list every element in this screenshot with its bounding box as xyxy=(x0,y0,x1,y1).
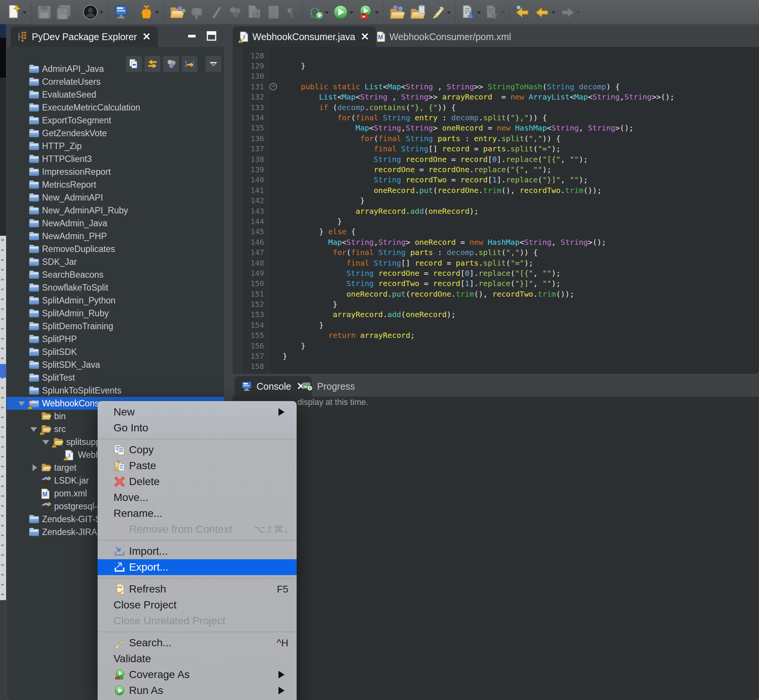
code-line-151: 151 oneRecord.put(recordOne.trim(), reco… xyxy=(233,289,759,299)
menu-item-go-into[interactable]: Go Into xyxy=(98,420,297,436)
tree-item-searchbeacons[interactable]: SearchBeacons xyxy=(7,268,224,281)
menu-item-run-as[interactable]: Run As xyxy=(98,683,297,698)
folder-clipboard-button[interactable] xyxy=(408,3,428,21)
collapse-arrow-icon[interactable] xyxy=(30,427,37,435)
menu-item-paste[interactable]: Paste xyxy=(98,458,297,474)
menu-item-new[interactable]: New xyxy=(98,404,297,420)
cut-tool-button[interactable] xyxy=(206,3,225,21)
menu-item-export[interactable]: Export... xyxy=(98,559,297,575)
tree-item-newadmin-java[interactable]: NewAdmin_Java xyxy=(7,217,224,230)
pilcrow-button[interactable]: ¶ xyxy=(283,3,300,21)
tree-item-httpclient3[interactable]: HTTPClient3 xyxy=(7,153,224,166)
tree-item-removeduplicates[interactable]: RemoveDuplicates xyxy=(7,242,224,255)
marker-pen-button[interactable] xyxy=(428,3,453,21)
screen-capture-button[interactable]: C xyxy=(188,3,206,21)
dropdown-arrow-icon[interactable] xyxy=(576,11,580,16)
save-to-doc-button[interactable] xyxy=(459,3,483,21)
menu-item-import[interactable]: Import... xyxy=(98,543,297,559)
collapse-arrow-icon[interactable] xyxy=(18,402,25,409)
close-icon[interactable]: ✕ xyxy=(361,31,369,43)
load-from-doc-button[interactable] xyxy=(483,3,507,21)
tree-item-splittest[interactable]: SplitTest xyxy=(7,371,224,384)
menu-item-close-unrelated-project[interactable]: Close Unrelated Project xyxy=(98,613,297,629)
tree-item-new-adminapi[interactable]: New_AdminAPI xyxy=(7,191,224,204)
dropdown-arrow-icon[interactable] xyxy=(325,11,329,16)
tree-item-metricsreport[interactable]: MetricsReport xyxy=(7,178,224,191)
tree-item-splitsdk[interactable]: SplitSDK xyxy=(7,345,224,358)
dropdown-arrow-icon[interactable] xyxy=(501,11,505,16)
editor-tab-webhookconsumer-pom-xml[interactable]: MWebhookConsumer/pom.xml xyxy=(370,27,518,47)
console-tab-progress[interactable]: Progress xyxy=(295,376,362,397)
tab-pydev-package-explorer[interactable]: PyDev Package Explorer ✕ xyxy=(11,27,158,47)
close-icon[interactable]: ✕ xyxy=(142,31,151,43)
code-area[interactable]: 128129 }130131− public static List<Map<S… xyxy=(233,47,759,374)
menu-item-remove-from-context[interactable]: Remove from Context⌥⇧⌘↓ xyxy=(98,522,297,537)
tree-item-evaluateseed[interactable]: EvaluateSeed xyxy=(7,88,224,101)
forward-button[interactable] xyxy=(558,3,582,21)
code-text: oneRecord.put(recordOne.trim(), recordTw… xyxy=(283,186,601,195)
tree-item-splitdemotraining[interactable]: SplitDemoTraining xyxy=(7,320,224,333)
tree-item-exporttosegment[interactable]: ExportToSegment xyxy=(7,114,224,127)
report-doc-button[interactable] xyxy=(264,3,283,21)
plugins-icon xyxy=(227,4,242,20)
menu-item-copy[interactable]: Copy xyxy=(98,442,297,458)
menu-item-close-project[interactable]: Close Project xyxy=(98,597,297,613)
editor-tab-webhookconsumer-java[interactable]: JWebhookConsumer.java✕ xyxy=(233,27,376,47)
minimize-button[interactable] xyxy=(186,30,198,42)
save-button[interactable] xyxy=(35,3,54,21)
menu-item-validate[interactable]: Validate xyxy=(98,651,297,667)
toolbar-separator xyxy=(382,4,386,20)
menu-item-search[interactable]: Search...^H xyxy=(98,635,297,651)
dropdown-arrow-icon[interactable] xyxy=(477,11,481,16)
dropdown-arrow-icon[interactable] xyxy=(552,11,556,16)
dropdown-arrow-icon[interactable] xyxy=(100,11,103,16)
dropdown-arrow-icon[interactable] xyxy=(375,11,379,16)
svg-text:M: M xyxy=(378,34,383,41)
tree-item-adminapi-java[interactable]: AdminAPI_Java xyxy=(7,62,224,75)
menu-item-rename[interactable]: Rename... xyxy=(98,506,297,522)
dropdown-arrow-icon[interactable] xyxy=(23,11,27,16)
back-button[interactable] xyxy=(533,3,558,21)
tree-item-getzendeskvote[interactable]: GetZendeskVote xyxy=(7,127,224,140)
maximize-button[interactable] xyxy=(205,30,218,42)
new-wizard-button[interactable] xyxy=(5,3,28,21)
remote-console-button[interactable] xyxy=(112,3,131,21)
dropdown-arrow-icon[interactable] xyxy=(350,11,353,16)
tree-item-splunktosplitevents[interactable]: SplunkToSplitEvents xyxy=(7,384,224,397)
tree-item-executemetriccalculation[interactable]: ExecuteMetricCalculation xyxy=(7,101,224,114)
tree-item-splitphp[interactable]: SplitPHP xyxy=(7,333,224,345)
copy-docs-button[interactable] xyxy=(244,3,264,21)
report-doc-icon xyxy=(266,4,281,20)
tree-item-splitadmin-ruby[interactable]: SplitAdmin_Ruby xyxy=(7,307,224,320)
menu-item-coverage-as[interactable]: Coverage As xyxy=(98,667,297,683)
import-folder-button[interactable] xyxy=(167,3,188,21)
code-line-141: 141 oneRecord.put(recordOne.trim(), reco… xyxy=(233,185,759,195)
dropdown-arrow-icon[interactable] xyxy=(447,11,451,16)
tree-item-impressionreport[interactable]: ImpressionReport xyxy=(7,166,224,178)
open-folder-objects-button[interactable] xyxy=(387,3,408,21)
plugins-button[interactable] xyxy=(225,3,244,21)
tree-item-sdk-jar[interactable]: SDK_Jar xyxy=(7,255,224,268)
debug-button[interactable] xyxy=(306,3,331,21)
save-all-button[interactable] xyxy=(54,3,74,21)
tree-item-http-zip[interactable]: HTTP_Zip xyxy=(7,140,224,153)
tree-item-splitadmin-python[interactable]: SplitAdmin_Python xyxy=(7,294,224,307)
coverage-button[interactable] xyxy=(355,3,381,21)
menu-item-label: New xyxy=(114,406,135,418)
fold-marker-icon[interactable]: − xyxy=(269,83,283,91)
tree-item-splitsdk-java[interactable]: SplitSDK_Java xyxy=(7,358,224,371)
user-profile-button[interactable] xyxy=(81,3,105,21)
back-asterisk-button[interactable] xyxy=(513,3,533,21)
tree-item-newadmin-php[interactable]: NewAdmin_PHP xyxy=(7,230,224,242)
tree-item-snowflaketosplit[interactable]: SnowflakeToSplit xyxy=(7,281,224,294)
menu-item-move[interactable]: Move... xyxy=(98,490,297,506)
tree-item-correlateusers[interactable]: CorrelateUsers xyxy=(7,75,224,88)
menu-item-delete[interactable]: Delete xyxy=(98,474,297,490)
dropdown-arrow-icon[interactable] xyxy=(155,11,159,16)
expand-arrow-icon[interactable] xyxy=(33,464,41,471)
tree-item-new-adminapi-ruby[interactable]: New_AdminAPI_Ruby xyxy=(7,204,224,217)
orange-bug-button[interactable] xyxy=(137,3,161,21)
run-button[interactable] xyxy=(331,3,355,21)
menu-item-refresh[interactable]: RefreshF5 xyxy=(98,581,297,597)
collapse-arrow-icon[interactable] xyxy=(42,440,49,448)
